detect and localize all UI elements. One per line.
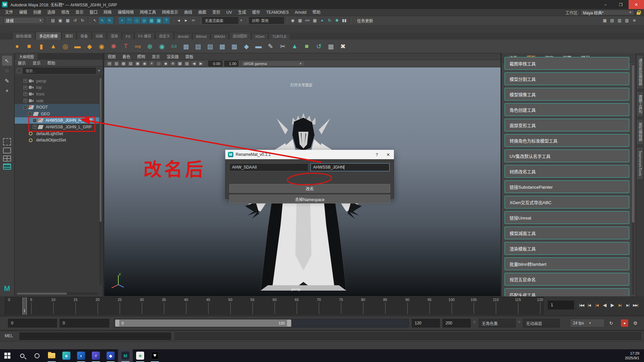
symmetry-field[interactable]: 对称: 禁用 xyxy=(249,17,284,24)
outliner-horizontal-scrollbar[interactable] xyxy=(16,292,98,295)
viewport-menu-着色[interactable]: 着色 xyxy=(119,54,134,59)
menu-item-曲线[interactable]: 曲线 xyxy=(181,9,195,16)
chevron-down-icon[interactable]: ▽ xyxy=(518,320,520,324)
svg-tool-icon[interactable]: svg xyxy=(133,41,143,51)
poly-text-icon[interactable]: T xyxy=(121,41,131,51)
go-to-start-button[interactable]: |◀◀ xyxy=(578,301,585,309)
rename-button[interactable]: 改名 xyxy=(229,184,390,193)
viewport-menu-显示[interactable]: 显示 xyxy=(149,54,163,59)
chevron-down-icon[interactable]: ▼ xyxy=(98,69,101,72)
checker-map-icon[interactable]: ▦ xyxy=(326,41,336,51)
shelf-tab-多边形建模[interactable]: 多边形建模 xyxy=(36,32,61,40)
play-backwards-button[interactable]: ◀ xyxy=(601,301,608,309)
outliner-menu-展示[interactable]: 展示 xyxy=(15,60,29,66)
exposure-field[interactable]: 0.00 xyxy=(208,61,222,66)
gamma-field[interactable]: 1.00 xyxy=(224,61,238,66)
tools-panel-scrollbar[interactable] xyxy=(632,64,635,295)
tool-button-模型减面工具[interactable]: 模型减面工具 xyxy=(505,227,629,239)
menu-item-曲面[interactable]: 曲面 xyxy=(195,9,209,16)
menu-item-UV[interactable]: UV xyxy=(223,9,235,16)
mel-input[interactable] xyxy=(19,333,171,340)
shelf-tab-MASH[interactable]: MASH xyxy=(211,33,229,40)
menu-item-文件[interactable]: 文件 xyxy=(2,9,16,16)
snap-to-view-plane-icon[interactable]: ▦ xyxy=(148,17,155,24)
redo-icon[interactable]: ↻ xyxy=(79,17,86,24)
playback-start-field[interactable]: 0 xyxy=(60,319,109,327)
tool-button-模型分割工具[interactable]: 模型分割工具 xyxy=(505,72,629,85)
render-view-icon[interactable]: ◉ xyxy=(289,17,296,24)
shelf-tab-雕刻[interactable]: 雕刻 xyxy=(62,32,76,40)
side-tab-TeamonesTools[interactable]: TeamonesTools xyxy=(637,147,644,180)
menu-item-生成[interactable]: 生成 xyxy=(235,9,249,16)
app-round-button[interactable]: ❀ xyxy=(133,349,148,362)
tool-button-面部变形工具[interactable]: 面部变形工具 xyxy=(505,119,629,131)
dialog-close-button[interactable]: ✕ xyxy=(383,150,394,159)
sidebar-layers-icon[interactable]: ≋ xyxy=(631,17,638,24)
pause-viewport-icon[interactable]: ▮▮ xyxy=(341,17,348,24)
tree-row-top[interactable]: +top xyxy=(15,84,99,91)
step-back-frame-button[interactable]: |◀ xyxy=(586,301,593,309)
reverse-normals-icon[interactable]: ↺ xyxy=(314,41,324,51)
render-settings-icon[interactable]: ▦ xyxy=(311,17,318,24)
tree-expander[interactable]: + xyxy=(23,99,27,103)
four-pane-layout-icon[interactable] xyxy=(3,156,11,162)
bevel-icon[interactable]: ◆ xyxy=(241,41,251,51)
multi-cut-icon[interactable]: ✎ xyxy=(266,41,276,51)
lasso-tool[interactable]: ◌ xyxy=(2,66,12,76)
current-frame-field[interactable]: 1 xyxy=(548,301,574,309)
combine-icon[interactable]: ▦ xyxy=(181,41,191,51)
menu-item-选择[interactable]: 选择 xyxy=(44,9,58,16)
menu-item-Arnold[interactable]: Arnold xyxy=(292,9,309,16)
snap-to-projected-center-icon[interactable]: ◎ xyxy=(141,17,148,24)
menu-item-缓存[interactable]: 缓存 xyxy=(249,9,263,16)
tree-expander[interactable]: − xyxy=(23,106,27,109)
character-set-select[interactable]: 无角色集 xyxy=(479,319,516,327)
animation-preferences-icon[interactable]: ⚙ xyxy=(632,319,639,327)
mel-label[interactable]: MEL xyxy=(5,334,13,338)
menu-item-显示[interactable]: 显示 xyxy=(72,9,86,16)
viewport-tool-icon-10[interactable]: ▩ xyxy=(177,61,183,66)
tool-button-角色创建工具[interactable]: 角色创建工具 xyxy=(505,103,629,116)
lock-icon[interactable] xyxy=(636,10,641,15)
step-back-key-button[interactable]: |◀ xyxy=(593,301,600,309)
poly-disc-icon[interactable]: ◆ xyxy=(84,41,95,51)
tree-row-defaultLightSet[interactable]: defaultLightSet xyxy=(15,130,99,137)
menu-item-编辑[interactable]: 编辑 xyxy=(16,9,30,16)
outliner-vertical-scrollbar[interactable] xyxy=(99,77,102,285)
menu-item-窗口[interactable]: 窗口 xyxy=(86,9,101,16)
menu-item-网格[interactable]: 网格 xyxy=(101,9,115,16)
select-by-hierarchy-icon[interactable]: ↖ xyxy=(92,17,98,24)
viewport-tool-icon-8[interactable]: ◆ xyxy=(163,61,169,66)
tree-row-AHWSSB_JGHN_H_GRP[interactable]: +↗AHWSSB_JGHN_H_GRP xyxy=(15,117,99,124)
menu-set-select[interactable]: 建模▼ xyxy=(3,17,44,24)
move-tool[interactable]: + xyxy=(2,86,12,96)
boolean-icon[interactable]: ▩ xyxy=(217,41,227,51)
loop-playback-icon[interactable]: ↻ xyxy=(607,319,615,327)
menu-item-帮助[interactable]: 帮助 xyxy=(309,9,324,16)
viewport-tool-icon-13[interactable]: ▶ xyxy=(198,61,204,66)
viewport-tool-icon-11[interactable]: ▨ xyxy=(184,61,190,66)
range-end-handle[interactable] xyxy=(287,320,291,326)
cleanup-icon[interactable]: ✖ xyxy=(338,41,348,51)
tree-expander[interactable]: + xyxy=(23,86,27,89)
menu-item-修改[interactable]: 修改 xyxy=(58,9,72,16)
outliner-menu-帮助[interactable]: 帮助 xyxy=(44,60,58,66)
new-name-input[interactable]: AHWSSB_JGHN xyxy=(310,163,390,171)
save-scene-icon[interactable]: ▦ xyxy=(64,17,71,24)
viewport-tool-icon-12[interactable]: ◀ xyxy=(191,61,197,66)
minimize-button[interactable]: – xyxy=(598,0,613,9)
tree-row-persp[interactable]: +persp xyxy=(15,78,99,84)
separate-icon[interactable]: ▧ xyxy=(193,41,203,51)
poly-cylinder-icon[interactable]: ▮ xyxy=(36,41,46,51)
snap-to-curve-icon[interactable]: ◠ xyxy=(126,17,133,24)
tree-expander[interactable]: − xyxy=(28,112,32,116)
task-update-button[interactable]: 任务更新 xyxy=(353,18,377,23)
tree-row-side[interactable]: +side xyxy=(15,98,99,104)
viewport-tool-icon-7[interactable]: ◇ xyxy=(156,61,162,66)
tool-button-截图审核工具[interactable]: 截图审核工具 xyxy=(505,57,629,70)
tool-button-XGen交互式导出ABC[interactable]: XGen交互式导出ABC xyxy=(505,196,629,208)
shelf-tab-TURTLE[interactable]: TURTLE xyxy=(269,33,290,40)
app-hourglass-button[interactable] xyxy=(148,349,162,362)
single-pane-layout-icon[interactable] xyxy=(3,147,11,154)
tool-button-模型镜像工具[interactable]: 模型镜像工具 xyxy=(505,88,629,101)
